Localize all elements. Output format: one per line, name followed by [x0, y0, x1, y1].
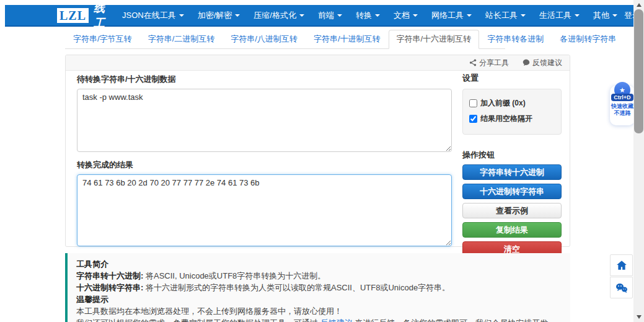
chevron-down-icon — [235, 14, 240, 17]
nav-item-other[interactable]: 其他 — [586, 4, 624, 27]
home-icon — [616, 260, 627, 271]
result-label: 转换完成的结果 — [77, 159, 452, 171]
chevron-down-icon — [521, 14, 526, 17]
feedback-suggestion-link[interactable]: 反馈建议 — [320, 318, 353, 322]
chevron-down-icon — [179, 14, 184, 17]
string-to-hex-button[interactable]: 字符串转十六进制 — [462, 164, 562, 180]
chevron-down-icon — [575, 14, 580, 17]
chevron-down-icon — [612, 14, 617, 17]
home-button[interactable] — [610, 254, 633, 276]
actions-title: 操作按钮 — [462, 150, 562, 161]
share-icon — [469, 59, 477, 66]
wechat-icon — [615, 282, 628, 293]
panel-heading: 分享工具 反馈建议 — [66, 55, 570, 71]
scroll-down-arrow[interactable] — [633, 312, 644, 322]
tool-panel: 分享工具 反馈建议 待转换字符串/十六进制数据 task -p www.task… — [65, 55, 570, 247]
result-textarea[interactable]: 74 61 73 6b 20 2d 70 20 77 77 77 2e 74 6… — [77, 174, 452, 246]
nav-item-json-tools[interactable]: JSON在线工具 — [115, 4, 191, 27]
tab-string-to-bases[interactable]: 字符串转各进制 — [479, 30, 552, 49]
scrollbar-thumb[interactable] — [634, 9, 643, 133]
bookmark-shortcut-widget[interactable]: ★ Ctrl+D 快速收藏 不迷路 — [610, 86, 635, 125]
bookmark-hint-text: 快速收藏 不迷路 — [611, 103, 633, 117]
chevron-down-icon — [299, 14, 304, 17]
intro-title: 工具简介 — [76, 258, 562, 270]
tab-string-octal[interactable]: 字符串/八进制互转 — [223, 30, 306, 49]
chevron-down-icon — [413, 14, 418, 17]
vertical-scrollbar[interactable] — [633, 0, 644, 322]
nav-item-docs[interactable]: 文档 — [387, 4, 425, 27]
input-label: 待转换字符串/十六进制数据 — [77, 74, 452, 85]
share-tool-link[interactable]: 分享工具 — [469, 58, 509, 68]
chevron-down-icon — [467, 14, 472, 17]
logo-badge: LZL — [57, 8, 89, 23]
nav-item-encrypt[interactable]: 加密/解密 — [191, 4, 247, 27]
settings-box: 加入前缀 (0x) 结果用空格隔开 — [462, 89, 562, 135]
feedback-link[interactable]: 反馈建议 — [523, 58, 562, 68]
view-example-button[interactable]: 查看示例 — [462, 203, 562, 218]
feedback-icon — [523, 59, 530, 66]
intro-line-2: 十六进制转字符串: 将十六进制形式的字符串转换为人类可以读取的常规ASCII、U… — [76, 282, 562, 293]
tips-title: 温馨提示 — [76, 293, 562, 305]
scroll-up-arrow[interactable] — [633, 0, 644, 10]
ctrl-d-key-label: Ctrl+D — [611, 94, 633, 101]
copy-result-button[interactable]: 复制结果 — [462, 222, 562, 238]
nav-menu: JSON在线工具 加密/解密 压缩/格式化 前端 转换 文档 网络工具 站长工具… — [115, 4, 624, 27]
option-space-separator[interactable]: 结果用空格隔开 — [469, 114, 555, 124]
intro-line-1: 字符串转十六进制: 将ASCII, Unicode或UTF8字符串转换为十六进制… — [76, 270, 562, 282]
chevron-down-icon — [337, 14, 342, 17]
source-textarea[interactable]: task -p www.task — [77, 89, 452, 152]
space-separator-checkbox[interactable] — [469, 115, 477, 123]
nav-item-network-tools[interactable]: 网络工具 — [425, 4, 479, 27]
tool-intro-section: 工具简介 字符串转十六进制: 将ASCII, Unicode或UTF8字符串转换… — [65, 253, 570, 322]
tab-string-byte[interactable]: 字符串/字节互转 — [65, 30, 140, 49]
add-prefix-checkbox[interactable] — [469, 99, 477, 107]
tab-string-decimal[interactable]: 字符串/十进制互转 — [306, 30, 389, 49]
tab-string-binary[interactable]: 字符串/二进制互转 — [140, 30, 223, 49]
nav-item-frontend[interactable]: 前端 — [311, 4, 349, 27]
chevron-down-icon — [375, 14, 380, 17]
wechat-button[interactable] — [610, 277, 633, 298]
option-add-prefix[interactable]: 加入前缀 (0x) — [469, 98, 555, 109]
nav-item-life-tools[interactable]: 生活工具 — [532, 4, 586, 27]
nav-item-compress-format[interactable]: 压缩/格式化 — [247, 4, 311, 27]
nav-item-convert[interactable]: 转换 — [349, 4, 387, 27]
tip-line-2: 我们还可以根据您的需求，免费定制属于您的数据处理工具，可通过 反馈建议 来进行反… — [76, 317, 562, 322]
settings-title: 设置 — [462, 73, 562, 84]
tab-string-hex[interactable]: 字符串/十六进制互转 — [389, 30, 480, 49]
converter-right-column: 设置 加入前缀 (0x) 结果用空格隔开 操作按钮 字符串转十六进制 十六进制转… — [462, 73, 562, 257]
converter-left-column: 待转换字符串/十六进制数据 task -p www.task 转换完成的结果 7… — [77, 74, 452, 246]
nav-item-webmaster-tools[interactable]: 站长工具 — [479, 4, 532, 27]
tip-line-1: 本工具数据均在本地浏览器处理，不会上传到网络服务器中，请放心使用！ — [76, 305, 562, 317]
tab-bases-to-string[interactable]: 各进制转字符串 — [552, 30, 624, 49]
hex-to-string-button[interactable]: 十六进制转字符串 — [462, 184, 562, 199]
tool-tabs: 字符串/字节互转 字符串/二进制互转 字符串/八进制互转 字符串/十进制互转 字… — [65, 30, 505, 49]
top-navbar: LZL 在线工具 JSON在线工具 加密/解密 压缩/格式化 前端 转换 文档 … — [5, 5, 633, 27]
